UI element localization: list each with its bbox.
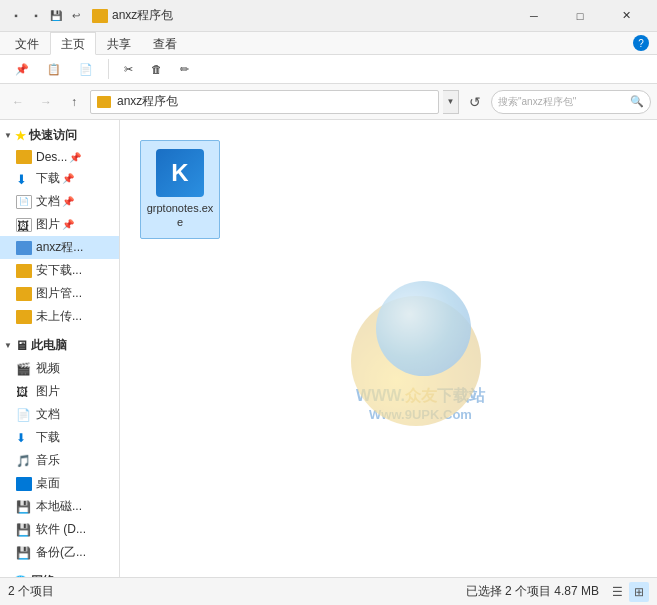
folder-icon: [92, 9, 108, 23]
ribbon: 文件 主页 共享 查看 ? 📌 📋 📄 ✂ 🗑 ✏: [0, 32, 657, 84]
delete-button[interactable]: 🗑: [144, 60, 169, 78]
tab-home[interactable]: 主页: [50, 32, 96, 55]
sidebar-item-unuploaded[interactable]: 未上传...: [0, 305, 119, 328]
pin-icon: 📌: [62, 219, 74, 230]
ribbon-content: 📌 📋 📄 ✂ 🗑 ✏: [0, 54, 657, 83]
sidebar-item-desktop-pc[interactable]: 桌面: [0, 472, 119, 495]
sidebar-item-label: 安下载...: [36, 262, 82, 279]
rename-button[interactable]: ✏: [173, 60, 196, 79]
refresh-button[interactable]: ↺: [463, 90, 487, 114]
folder-icon: [16, 310, 32, 324]
sidebar-item-desktop[interactable]: Des... 📌: [0, 147, 119, 167]
doc-icon: 📄: [16, 408, 32, 422]
maximize-button[interactable]: □: [557, 0, 603, 32]
address-path[interactable]: anxz程序包: [90, 90, 439, 114]
quick-access-icon[interactable]: ▪: [28, 8, 44, 24]
sidebar-item-software-disk[interactable]: 💾 软件 (D...: [0, 518, 119, 541]
sidebar-item-label: Des...: [36, 150, 67, 164]
help-icon[interactable]: ?: [633, 35, 649, 51]
sidebar-item-label: 未上传...: [36, 308, 82, 325]
window-controls: ─ □ ✕: [511, 0, 649, 32]
this-pc-label: 此电脑: [31, 337, 67, 354]
sidebar-item-label: 图片: [36, 216, 60, 233]
sidebar-item-label: 本地磁...: [36, 498, 82, 515]
sidebar-item-local-disk[interactable]: 💾 本地磁...: [0, 495, 119, 518]
sidebar-section-quick-access[interactable]: ▼ ★ 快速访问: [0, 124, 119, 147]
minimize-button[interactable]: ─: [511, 0, 557, 32]
grid-view-icon[interactable]: ⊞: [629, 582, 649, 602]
file-item-grptonotes[interactable]: grptonotes.exe: [140, 140, 220, 239]
undo-icon[interactable]: ↩: [68, 8, 84, 24]
system-icon: ▪: [8, 8, 24, 24]
forward-button[interactable]: →: [34, 90, 58, 114]
folder-icon: [16, 150, 32, 164]
pin-to-quick-access-button[interactable]: 📌: [8, 60, 36, 79]
file-name: grptonotes.exe: [145, 201, 215, 230]
sidebar-item-documents[interactable]: 📄 文档 📌: [0, 190, 119, 213]
tab-share[interactable]: 共享: [96, 32, 142, 54]
sidebar-item-imgmgr[interactable]: 图片管...: [0, 282, 119, 305]
sidebar-item-label: anxz程...: [36, 239, 83, 256]
save-icon[interactable]: 💾: [48, 8, 64, 24]
disk-icon: 💾: [16, 546, 32, 560]
quick-access-star-icon: ★: [15, 129, 26, 143]
sidebar: ▼ ★ 快速访问 Des... 📌 ⬇ 下载 📌 📄 文档 📌 🖼 图片 📌 a…: [0, 120, 120, 577]
sidebar-item-backup-disk[interactable]: 💾 备份(乙...: [0, 541, 119, 564]
up-button[interactable]: ↑: [62, 90, 86, 114]
folder-icon: [16, 287, 32, 301]
sidebar-item-pc-documents[interactable]: 📄 文档: [0, 403, 119, 426]
status-item-count: 2 个项目: [8, 583, 466, 600]
download-icon: ⬇: [16, 172, 32, 186]
sidebar-item-anxz[interactable]: anxz程...: [0, 236, 119, 259]
address-path-text: anxz程序包: [117, 93, 178, 110]
search-icon: 🔍: [630, 95, 644, 108]
sidebar-item-label: 文档: [36, 406, 60, 423]
folder-icon: [16, 264, 32, 278]
sidebar-section-this-pc[interactable]: ▼ 🖥 此电脑: [0, 334, 119, 357]
sidebar-item-pc-pictures[interactable]: 🖼 图片: [0, 380, 119, 403]
sidebar-item-label: 下载: [36, 170, 60, 187]
video-icon: 🎬: [16, 362, 32, 376]
expand-icon: ▼: [4, 131, 12, 140]
sidebar-item-pictures[interactable]: 🖼 图片 📌: [0, 213, 119, 236]
address-bar: ← → ↑ anxz程序包 ▼ ↺ 搜索"anxz程序包" 🔍: [0, 84, 657, 120]
list-view-icon[interactable]: ☰: [607, 582, 627, 602]
window-title: anxz程序包: [112, 7, 511, 24]
address-dropdown[interactable]: ▼: [443, 90, 459, 114]
img-icon: 🖼: [16, 218, 32, 232]
folder-blue-icon: [16, 241, 32, 255]
sidebar-item-label: 下载: [36, 429, 60, 446]
address-folder-icon: [97, 96, 111, 108]
back-button[interactable]: ←: [6, 90, 30, 114]
sidebar-item-videos[interactable]: 🎬 视频: [0, 357, 119, 380]
sidebar-item-label: 音乐: [36, 452, 60, 469]
expand-icon: ▼: [4, 341, 12, 350]
move-button[interactable]: ✂: [117, 60, 140, 79]
sidebar-item-andownload[interactable]: 安下载...: [0, 259, 119, 282]
copy-button[interactable]: 📋: [40, 60, 68, 79]
close-button[interactable]: ✕: [603, 0, 649, 32]
search-box[interactable]: 搜索"anxz程序包" 🔍: [491, 90, 651, 114]
tab-view[interactable]: 查看: [142, 32, 188, 54]
status-bar: 2 个项目 已选择 2 个项目 4.87 MB ☰ ⊞: [0, 577, 657, 605]
title-bar: ▪ ▪ 💾 ↩ anxz程序包 ─ □ ✕: [0, 0, 657, 32]
sidebar-item-label: 桌面: [36, 475, 60, 492]
tab-file[interactable]: 文件: [4, 32, 50, 54]
sidebar-item-label: 图片: [36, 383, 60, 400]
disk-icon: 💾: [16, 500, 32, 514]
sidebar-section-network[interactable]: ▶ 🌐 网络: [0, 570, 119, 577]
quick-access-label: 快速访问: [29, 127, 77, 144]
monitor-icon: 🖥: [15, 338, 28, 353]
main-layout: ▼ ★ 快速访问 Des... 📌 ⬇ 下载 📌 📄 文档 📌 🖼 图片 📌 a…: [0, 120, 657, 577]
sidebar-item-label: 文档: [36, 193, 60, 210]
sidebar-item-label: 软件 (D...: [36, 521, 86, 538]
sidebar-item-music[interactable]: 🎵 音乐: [0, 449, 119, 472]
content-scroll[interactable]: grptonotes.exe: [120, 120, 657, 577]
sidebar-item-downloads[interactable]: ⬇ 下载 📌: [0, 167, 119, 190]
sidebar-item-label: 视频: [36, 360, 60, 377]
img-icon: 🖼: [16, 385, 32, 399]
disk-icon: 💾: [16, 523, 32, 537]
search-placeholder: 搜索"anxz程序包": [498, 95, 576, 109]
paste-button[interactable]: 📄: [72, 60, 100, 79]
sidebar-item-pc-downloads[interactable]: ⬇ 下载: [0, 426, 119, 449]
